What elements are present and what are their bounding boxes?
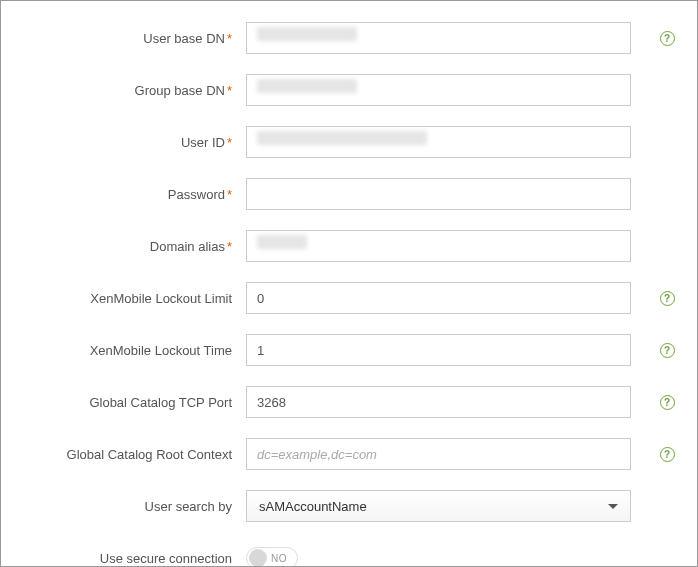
label-user-id: User ID*	[16, 135, 246, 150]
row-password: Password*	[16, 177, 682, 211]
input-group-base-dn[interactable]	[246, 74, 631, 106]
redacted-value	[257, 79, 357, 93]
required-marker: *	[227, 31, 232, 46]
input-user-base-dn[interactable]	[246, 22, 631, 54]
row-secure-connection: Use secure connection NO	[16, 541, 682, 567]
label-text: User ID	[181, 135, 225, 150]
label-text: XenMobile Lockout Time	[90, 343, 232, 358]
input-catalog-root[interactable]	[246, 438, 631, 470]
row-domain-alias: Domain alias*	[16, 229, 682, 263]
chevron-down-icon	[608, 504, 618, 509]
label-text: Global Catalog Root Context	[67, 447, 232, 462]
help-icon[interactable]: ?	[660, 343, 675, 358]
row-lockout-time: XenMobile Lockout Time ?	[16, 333, 682, 367]
row-user-search-by: User search by sAMAccountName	[16, 489, 682, 523]
row-catalog-root: Global Catalog Root Context ?	[16, 437, 682, 471]
input-password[interactable]	[246, 178, 631, 210]
label-user-search-by: User search by	[16, 499, 246, 514]
input-lockout-limit[interactable]	[246, 282, 631, 314]
help-icon[interactable]: ?	[660, 291, 675, 306]
input-lockout-time[interactable]	[246, 334, 631, 366]
help-icon[interactable]: ?	[660, 395, 675, 410]
input-user-id[interactable]	[246, 126, 631, 158]
label-text: User search by	[145, 499, 232, 514]
toggle-knob	[249, 549, 267, 567]
required-marker: *	[227, 83, 232, 98]
required-marker: *	[227, 135, 232, 150]
row-catalog-port: Global Catalog TCP Port ?	[16, 385, 682, 419]
select-value: sAMAccountName	[259, 499, 367, 514]
label-domain-alias: Domain alias*	[16, 239, 246, 254]
label-secure-connection: Use secure connection	[16, 551, 246, 566]
label-text: XenMobile Lockout Limit	[90, 291, 232, 306]
label-password: Password*	[16, 187, 246, 202]
label-text: Domain alias	[150, 239, 225, 254]
input-domain-alias[interactable]	[246, 230, 631, 262]
redacted-value	[257, 27, 357, 41]
row-user-base-dn: User base DN* ?	[16, 21, 682, 55]
label-group-base-dn: Group base DN*	[16, 83, 246, 98]
required-marker: *	[227, 239, 232, 254]
label-text: Global Catalog TCP Port	[89, 395, 232, 410]
required-marker: *	[227, 187, 232, 202]
toggle-secure-connection[interactable]: NO	[246, 547, 298, 567]
help-icon[interactable]: ?	[660, 447, 675, 462]
label-lockout-time: XenMobile Lockout Time	[16, 343, 246, 358]
select-user-search-by[interactable]: sAMAccountName	[246, 490, 631, 522]
label-text: Password	[168, 187, 225, 202]
redacted-value	[257, 131, 427, 145]
label-text: Use secure connection	[100, 551, 232, 566]
label-lockout-limit: XenMobile Lockout Limit	[16, 291, 246, 306]
row-lockout-limit: XenMobile Lockout Limit ?	[16, 281, 682, 315]
row-user-id: User ID*	[16, 125, 682, 159]
label-catalog-port: Global Catalog TCP Port	[16, 395, 246, 410]
redacted-value	[257, 235, 307, 249]
label-catalog-root: Global Catalog Root Context	[16, 447, 246, 462]
label-user-base-dn: User base DN*	[16, 31, 246, 46]
label-text: Group base DN	[135, 83, 225, 98]
toggle-state-label: NO	[271, 553, 287, 564]
input-catalog-port[interactable]	[246, 386, 631, 418]
help-icon[interactable]: ?	[660, 31, 675, 46]
row-group-base-dn: Group base DN*	[16, 73, 682, 107]
label-text: User base DN	[143, 31, 225, 46]
